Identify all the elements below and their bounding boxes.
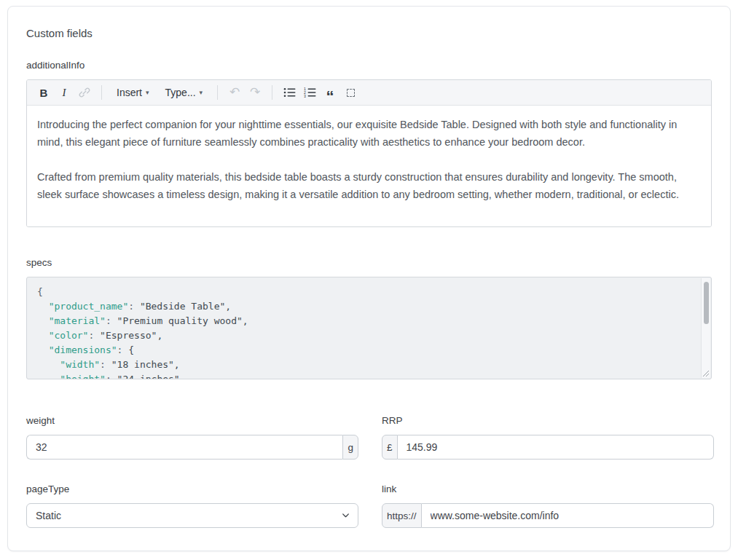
page-type-select[interactable]: Static [26,503,358,528]
italic-icon: I [63,87,66,99]
blockquote-icon: “ [326,94,334,100]
field-weight: weight g [26,414,358,460]
undo-icon: ↶ [229,87,240,98]
type-dropdown-label: Type... [165,87,196,98]
code-line: "width": "18 inches", [37,358,694,372]
card-title: Custom fields [26,27,712,40]
insert-dropdown-label: Insert [117,87,142,98]
toolbar-divider [217,85,218,100]
additional-info-label: additionalInfo [26,59,712,71]
undo-button[interactable]: ↶ [225,83,244,102]
italic-button[interactable]: I [55,83,74,102]
rrp-label: RRP [382,414,714,427]
insert-dropdown[interactable]: Insert ▾ [114,83,152,102]
link-input[interactable] [422,503,714,528]
toolbar-divider [272,85,272,100]
link-protocol-addon: https:// [382,503,422,528]
code-line: "product_name": "Bedside Table", [37,299,694,314]
code-block-button[interactable] [341,83,360,102]
field-page-type: pageType Static [26,483,358,528]
specs-scrollbar-thumb[interactable] [704,282,709,324]
caret-down-icon: ▾ [200,90,203,96]
specs-code: { "product_name": "Bedside Table", "mate… [27,277,711,379]
custom-fields-card: Custom fields additionalInfo B I [7,6,731,551]
field-link: link https:// [382,483,714,528]
specs-textarea[interactable]: { "product_name": "Bedside Table", "mate… [26,277,712,379]
numbered-list-icon: 1 2 3 [304,87,316,98]
weight-input[interactable] [26,435,342,460]
field-specs: specs { "product_name": "Bedside Table",… [26,256,712,379]
caret-down-icon: ▾ [146,90,149,96]
bullet-list-button[interactable] [280,83,299,102]
bullet-list-icon [283,87,296,98]
blockquote-button[interactable]: “ [321,83,339,102]
link-label: link [382,483,714,495]
type-dropdown[interactable]: Type... ▾ [162,83,206,102]
redo-button[interactable]: ↷ [246,83,264,102]
redo-icon: ↷ [250,87,260,98]
editor-content[interactable]: Introducing the perfect companion for yo… [27,106,711,226]
code-line: "height": "24 inches", [37,372,694,379]
toolbar-divider [101,85,102,100]
editor-paragraph: Crafted from premium quality materials, … [37,168,701,203]
dashed-square-icon [347,89,355,97]
weight-unit-addon: g [342,435,358,460]
rrp-currency-addon: £ [382,435,398,460]
field-rrp: RRP £ [382,414,714,460]
field-additional-info: additionalInfo B I Insert [26,59,712,227]
fields-grid: weight g RRP £ pageType Static [26,414,712,528]
svg-text:3: 3 [304,94,306,98]
code-line: { [37,285,694,299]
numbered-list-button[interactable]: 1 2 3 [300,83,319,102]
weight-label: weight [26,414,358,427]
page-type-label: pageType [26,483,358,495]
code-line: "dimensions": { [37,343,694,358]
code-line: "material": "Premium quality wood", [37,314,694,328]
editor-toolbar: B I Insert ▾ Type. [27,80,711,106]
resize-grip-icon[interactable] [702,370,710,377]
code-line: "color": "Espresso", [37,328,694,343]
bold-button[interactable]: B [34,83,53,102]
link-icon [79,87,90,98]
specs-label: specs [26,256,712,269]
rich-text-editor: B I Insert ▾ Type. [26,79,712,227]
bold-icon: B [40,87,48,99]
link-button[interactable] [75,83,94,102]
editor-paragraph: Introducing the perfect companion for yo… [37,116,701,151]
rrp-input[interactable] [398,435,714,460]
